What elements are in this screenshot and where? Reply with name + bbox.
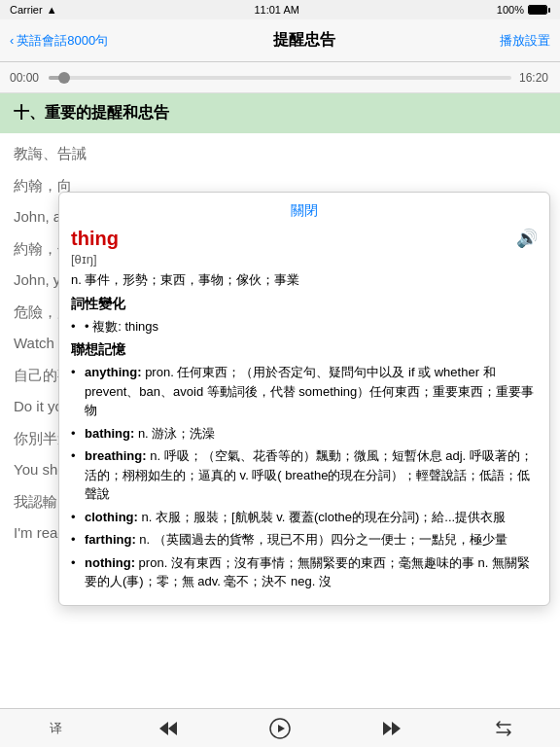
wifi-icon: ▲ [47,4,57,16]
dict-pronunciation: [θɪŋ] [71,252,538,267]
dict-entry-3-def: 衣服；服裝；[航帆裝 v. 覆蓋(clothe的現在分詞)；給...提供衣服 [156,510,506,524]
rewind-icon [158,718,179,739]
dict-entry-2: • breathing: n. 呼吸；（空氣、花香等的）飄動；微風；短暫休息 a… [71,446,538,504]
dict-entry-4: • farthing: n. （英國過去的貨幣，現已不用）四分之一便士；一點兒，… [71,530,538,550]
play-button[interactable] [261,709,299,748]
carrier-label: Carrier [10,4,43,16]
dict-close-area: 關閉 [71,202,538,220]
rewind-button[interactable] [149,709,188,748]
dict-entry-2-pos: n. [150,448,160,463]
dict-word-left: thing [71,228,119,250]
repeat-icon [493,718,514,739]
dict-entry-1-def: 游泳；洗澡 [152,426,215,441]
status-time: 11:01 AM [254,4,298,16]
svg-marker-1 [168,722,177,735]
nav-bar: ‹ 英語會話8000句 提醒忠告 播放設置 [0,19,560,62]
dict-word: thing [71,228,119,249]
dictionary-popup: 關閉 thing 🔊 [θɪŋ] n. 事件，形勢；東西，事物；傢伙；事業 詞性… [58,192,550,606]
dict-entry-5-pos: pron. [139,555,168,570]
dict-entry-3-pos: n. [142,510,153,524]
status-bar-right: 100% [497,4,550,16]
nav-title: 提醒忠告 [273,30,335,51]
dict-entry-0-pos: pron. [145,365,174,379]
translate-button[interactable]: 译 [37,709,76,748]
back-label: 英語會話8000句 [17,32,108,50]
dict-entry-2-word: breathing: [85,448,147,463]
bottom-toolbar: 译 [0,708,560,747]
dict-entry-1: • bathing: n. 游泳；洗澡 [71,424,538,444]
main-area: 教誨、告誡 約翰，向 John, ap 約翰，你 John, yo 危險，別 W… [0,133,560,713]
battery-label: 100% [497,4,524,16]
current-time: 00:00 [10,71,41,85]
progress-bar-area: 00:00 16:20 [0,62,560,93]
section-header: 十、重要的提醒和忠告 [0,93,560,133]
dict-morphology-text: • 複數: things [85,317,538,337]
dict-entry-0-word: anything: [85,365,142,379]
dict-definition: n. 事件，形勢；東西，事物；傢伙；事業 [71,270,538,290]
content-line-1: 教誨、告誡 [14,143,546,165]
dict-entry-3: • clothing: n. 衣服；服裝；[航帆裝 v. 覆蓋(clothe的現… [71,508,538,527]
speaker-icon[interactable]: 🔊 [516,228,538,249]
dict-word-header: thing 🔊 [71,228,538,250]
progress-thumb [58,72,70,84]
dict-morphology-entry: • • 複數: things [71,317,538,337]
forward-button[interactable] [372,709,411,748]
dict-morphology-title: 詞性變化 [71,296,538,313]
forward-icon [381,718,402,739]
dict-close-button[interactable]: 關閉 [291,202,318,218]
svg-marker-0 [159,722,168,735]
status-bar-left: Carrier ▲ [10,4,57,16]
dict-entry-3-word: clothing: [85,510,138,524]
play-icon [269,718,291,739]
dict-entry-4-pos: n. [139,532,150,547]
dict-entry-1-word: bathing: [85,426,134,441]
svg-marker-5 [392,722,401,735]
dict-entry-4-def: （英國過去的貨幣，現已不用）四分之一便士；一點兒，極少量 [154,532,508,547]
total-time: 16:20 [519,71,550,85]
progress-track[interactable] [49,76,511,80]
dict-entry-0: • anything: pron. 任何東西；（用於否定句、疑問句中以及 if … [71,363,538,420]
repeat-button[interactable] [484,709,523,748]
back-chevron-icon: ‹ [10,33,14,48]
dict-entry-1-pos: n. [138,426,149,441]
svg-marker-4 [383,722,392,735]
dict-association-title: 聯想記憶 [71,341,538,359]
svg-marker-3 [278,725,285,732]
dict-entry-5-word: nothing: [85,555,135,570]
back-button[interactable]: ‹ 英語會話8000句 [10,32,108,50]
status-bar: Carrier ▲ 11:01 AM 100% [0,0,560,19]
settings-button[interactable]: 播放設置 [500,32,550,50]
dict-entry-5: • nothing: pron. 沒有東西；沒有事情；無關緊要的東西；毫無趣味的… [71,553,538,591]
battery-icon [528,5,550,15]
dict-entry-4-word: farthing: [85,532,136,547]
